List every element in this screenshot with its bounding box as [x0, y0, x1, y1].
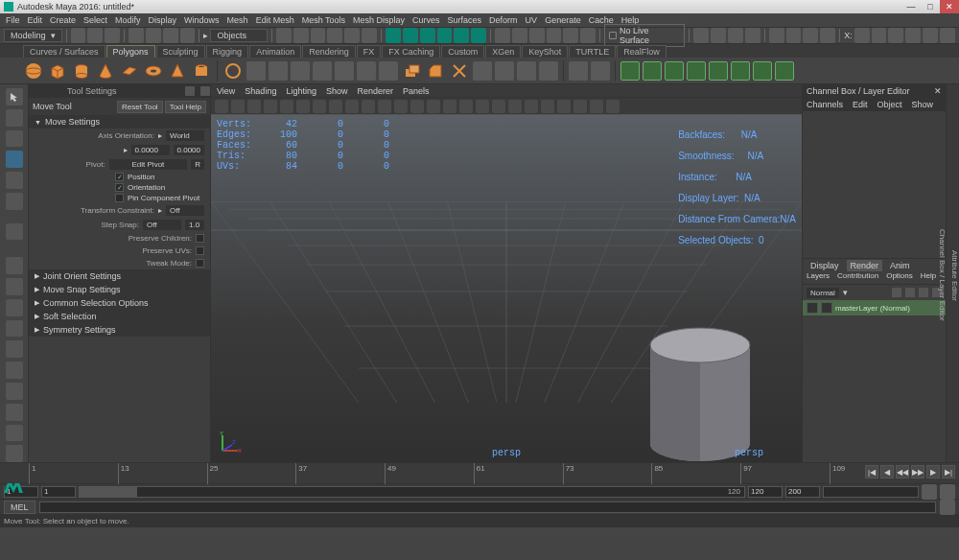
- shelf-tool-icon[interactable]: [620, 61, 640, 81]
- shelf-tool-icon[interactable]: [291, 61, 310, 81]
- reset-tool-button[interactable]: Reset Tool: [117, 101, 163, 113]
- shelf-tab-animation[interactable]: Animation: [249, 45, 301, 58]
- tool-icon[interactable]: [905, 28, 921, 43]
- preserve-uvs-checkbox[interactable]: [196, 246, 204, 255]
- vp-menu-lighting[interactable]: Lighting: [286, 86, 316, 96]
- vp-tool-icon[interactable]: [525, 100, 538, 113]
- plane-icon[interactable]: [119, 60, 140, 82]
- vp-tool-icon[interactable]: [410, 100, 424, 113]
- menu-create[interactable]: Create: [50, 15, 76, 25]
- channel-menu-edit[interactable]: Edit: [853, 100, 868, 109]
- script-editor-button[interactable]: [940, 500, 955, 515]
- layer-menu-options[interactable]: Options: [886, 271, 913, 284]
- step-snap-amount[interactable]: 1.0: [185, 220, 204, 230]
- tool-icon[interactable]: [745, 28, 760, 43]
- shelf-tab-custom[interactable]: Custom: [441, 45, 484, 58]
- last-tool-icon[interactable]: [6, 223, 23, 241]
- edit-pivot-button[interactable]: Edit Pivot: [109, 159, 188, 170]
- preserve-children-checkbox[interactable]: [196, 234, 204, 243]
- anim-start-field[interactable]: [41, 486, 76, 498]
- cylinder-icon[interactable]: [71, 60, 92, 82]
- shelf-tool-icon[interactable]: [709, 61, 728, 81]
- shelf-tab-sculpting[interactable]: Sculpting: [156, 45, 205, 58]
- channel-menu-show[interactable]: Show: [912, 100, 934, 109]
- layer-tool-icon[interactable]: [905, 288, 915, 297]
- shelf-tool-icon[interactable]: [335, 61, 354, 81]
- step-forward-button[interactable]: ▶: [926, 465, 940, 478]
- axis-orientation-value[interactable]: World: [166, 130, 204, 141]
- move-snap-header[interactable]: Move Snap Settings: [29, 283, 210, 296]
- layout-icon[interactable]: [6, 320, 23, 338]
- common-selection-header[interactable]: Common Selection Options: [29, 296, 210, 310]
- shelf-tool-icon[interactable]: [687, 61, 706, 81]
- layout-icon[interactable]: [6, 404, 23, 421]
- layer-menu-help[interactable]: Help: [921, 271, 936, 284]
- layer-tab-render[interactable]: Render: [847, 260, 883, 271]
- auto-key-button[interactable]: [922, 484, 937, 500]
- tool-icon[interactable]: [923, 28, 938, 43]
- close-icon[interactable]: [200, 86, 210, 96]
- tool-icon[interactable]: [529, 28, 545, 43]
- tool-icon[interactable]: [163, 28, 178, 43]
- vp-tool-icon[interactable]: [557, 100, 571, 113]
- shelf-tab-realflow[interactable]: RealFlow: [617, 45, 667, 58]
- shelf-tab-polygons[interactable]: Polygons: [106, 45, 155, 58]
- layer-render-checkbox[interactable]: [821, 302, 832, 314]
- vp-menu-panels[interactable]: Panels: [403, 86, 430, 96]
- shelf-tool-icon[interactable]: [473, 61, 492, 81]
- tool-icon[interactable]: [547, 28, 562, 43]
- tool-icon[interactable]: [563, 28, 578, 43]
- snap-icon[interactable]: [437, 28, 453, 43]
- vp-menu-view[interactable]: View: [217, 86, 235, 96]
- position-checkbox[interactable]: ✓: [115, 173, 124, 181]
- platonic-icon[interactable]: [222, 60, 244, 82]
- tool-icon[interactable]: [327, 28, 342, 43]
- shelf-tab-rigging[interactable]: Rigging: [206, 45, 249, 58]
- tool-icon[interactable]: [512, 28, 527, 43]
- move-settings-header[interactable]: Move Settings: [29, 115, 210, 128]
- menu-select[interactable]: Select: [83, 15, 107, 25]
- vp-tool-icon[interactable]: [573, 100, 587, 113]
- menu-surfaces[interactable]: Surfaces: [448, 15, 482, 25]
- layout-icon[interactable]: [6, 299, 23, 316]
- scale-tool-icon[interactable]: [6, 193, 23, 210]
- viewport-3d[interactable]: Verts: 42 0 0 Edges: 100 0 0 Faces: 60 0…: [211, 115, 802, 462]
- layer-vis-checkbox[interactable]: [807, 302, 818, 314]
- menu-file[interactable]: File: [6, 15, 20, 25]
- mel-button[interactable]: MEL: [4, 501, 35, 514]
- tool-icon[interactable]: [180, 28, 196, 43]
- shelf-tool-icon[interactable]: [569, 61, 588, 81]
- tool-icon[interactable]: [888, 28, 903, 43]
- tool-icon[interactable]: [693, 28, 709, 43]
- menu-mesh-tools[interactable]: Mesh Tools: [302, 15, 345, 25]
- menu-generate[interactable]: Generate: [545, 15, 581, 25]
- channel-box-tab[interactable]: Channel Box / Layer Editor: [938, 229, 947, 321]
- num-field[interactable]: 0.0000: [131, 145, 170, 155]
- shelf-tool-icon[interactable]: [246, 61, 266, 81]
- vp-tool-icon[interactable]: [590, 100, 603, 113]
- bevel-icon[interactable]: [425, 60, 446, 82]
- step-back-button[interactable]: ◀: [880, 465, 894, 478]
- tweak-mode-checkbox[interactable]: [196, 259, 204, 268]
- tool-icon[interactable]: [362, 28, 377, 43]
- lasso-tool-icon[interactable]: [6, 109, 23, 127]
- vp-tool-icon[interactable]: [296, 100, 310, 113]
- tool-icon[interactable]: [129, 28, 144, 43]
- shelf-tab-turtle[interactable]: TURTLE: [569, 45, 616, 58]
- dock-icon[interactable]: [185, 86, 195, 96]
- minimize-button[interactable]: —: [901, 0, 921, 13]
- shelf-tool-icon[interactable]: [775, 61, 794, 81]
- paint-select-tool-icon[interactable]: [6, 130, 23, 148]
- vp-tool-icon[interactable]: [247, 100, 261, 113]
- tool-help-button[interactable]: Tool Help: [165, 101, 206, 113]
- num-field[interactable]: 0.0000: [174, 145, 204, 155]
- tool-icon[interactable]: [769, 28, 784, 43]
- layout-icon[interactable]: [6, 340, 23, 358]
- shelf-tool-icon[interactable]: [591, 61, 610, 81]
- snap-icon[interactable]: [420, 28, 435, 43]
- layer-mode-dropdown[interactable]: Normal: [807, 288, 839, 298]
- shelf-tool-icon[interactable]: [731, 61, 750, 81]
- shelf-tool-icon[interactable]: [379, 61, 398, 81]
- tool-icon[interactable]: [803, 28, 818, 43]
- tool-icon[interactable]: [311, 28, 326, 43]
